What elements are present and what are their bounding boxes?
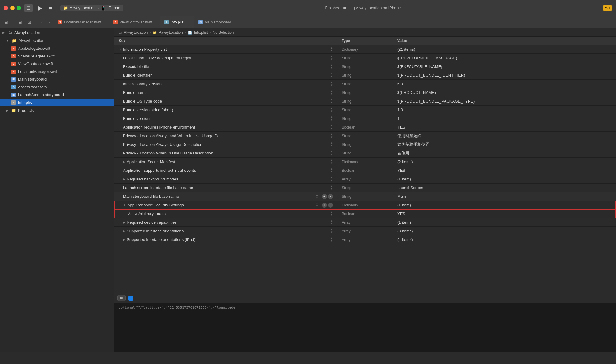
tab-view-controller[interactable]: S ViewController.swift xyxy=(109,16,160,28)
sidebar-left-icon[interactable]: ⊟ xyxy=(16,19,24,26)
stepper[interactable]: ▲▼ xyxy=(331,150,333,156)
sidebar-item-app-delegate[interactable]: S AppDelegate.swift xyxy=(0,44,114,52)
swift-file-icon: S xyxy=(11,54,16,58)
disclosure-icon[interactable]: ▶ xyxy=(123,160,125,163)
tab-main-storyboard[interactable]: ◧ Main.storyboard xyxy=(194,16,240,28)
plist-row-info-property-list[interactable]: ▼ Information Property List ▲▼ Dictionar… xyxy=(114,45,616,54)
stepper[interactable]: ▲▼ xyxy=(331,159,333,164)
plist-row-privacy-location-always-when[interactable]: Privacy - Location Always and When In Us… xyxy=(114,132,616,140)
plist-row-main-storyboard-file[interactable]: Main storyboard file base name ▲▼ + − St… xyxy=(114,192,616,201)
tab-info-plist[interactable]: P Info.plist xyxy=(160,16,194,28)
disclosure-icon[interactable]: ▼ xyxy=(119,48,122,51)
type-cell: String xyxy=(337,149,393,157)
grid-icon[interactable]: ⊞ xyxy=(2,19,10,26)
key-cell: Privacy - Location When In Use Usage Des… xyxy=(114,149,337,157)
sidebar-item-location-manager[interactable]: S LocationManager.swift xyxy=(0,68,114,75)
maximize-button[interactable] xyxy=(17,6,21,10)
header-type: Type xyxy=(337,39,393,43)
stepper[interactable]: ▲▼ xyxy=(331,73,333,78)
breadcrumb-item-2[interactable]: AlwayLocation xyxy=(159,30,183,35)
plist-row-app-transport-security[interactable]: ▼ App Transport Security Settings ▲▼ + −… xyxy=(114,201,616,210)
breadcrumb-item-3[interactable]: Info.plist xyxy=(194,30,208,35)
disclosure-icon[interactable]: ▶ xyxy=(123,221,125,224)
tab-location-manager[interactable]: S LocationManager.swift xyxy=(53,16,109,28)
plist-row-supports-indirect[interactable]: Application supports indirect input even… xyxy=(114,166,616,175)
nav-forward-icon[interactable]: › xyxy=(47,19,52,26)
stepper[interactable]: ▲▼ xyxy=(331,211,333,216)
minimize-button[interactable] xyxy=(10,6,15,10)
plist-row-executable-file[interactable]: Executable file ▲▼ String $(EXECUTABLE_N… xyxy=(114,62,616,71)
plist-row-bundle-version-short[interactable]: Bundle version string (short) ▲▼ String … xyxy=(114,106,616,114)
key-cell: ▼ App Transport Security Settings ▲▼ + − xyxy=(114,201,337,209)
key-label: Privacy - Location Always Usage Descript… xyxy=(123,142,202,147)
sidebar-item-root[interactable]: ▶ 🗂 AlwayLocation xyxy=(0,28,114,36)
plist-row-supported-orientations-ipad[interactable]: ▶ Supported interface orientations (iPad… xyxy=(114,235,616,244)
sidebar-item-info-plist[interactable]: P Info.plist xyxy=(0,99,114,106)
plist-row-bundle-name[interactable]: Bundle name ▲▼ String $(PRODUCT_NAME) xyxy=(114,88,616,97)
stepper[interactable]: ▲▼ xyxy=(331,176,333,182)
sidebar-toggle-button[interactable]: ⊟ xyxy=(24,4,33,12)
plist-row-launch-screen-file[interactable]: Launch screen interface file base name ▲… xyxy=(114,184,616,192)
key-cell: ▼ Information Property List ▲▼ xyxy=(114,45,337,53)
plist-row-iphone-env[interactable]: Application requires iPhone environment … xyxy=(114,123,616,132)
add-button[interactable]: + xyxy=(322,194,327,199)
stepper[interactable]: ▲▼ xyxy=(331,81,333,87)
key-label: Privacy - Location Always and When In Us… xyxy=(123,133,223,138)
stop-button[interactable]: ■ xyxy=(47,4,54,12)
warning-badge[interactable]: ⚠ 1 xyxy=(603,5,612,11)
plist-row-privacy-location-always[interactable]: Privacy - Location Always Usage Descript… xyxy=(114,140,616,149)
disclosure-icon[interactable]: ▶ xyxy=(123,238,125,241)
add-button[interactable]: + xyxy=(322,203,327,208)
plist-row-bundle-identifier[interactable]: Bundle identifier ▲▼ String $(PRODUCT_BU… xyxy=(114,71,616,80)
stepper[interactable]: ▲▼ xyxy=(331,220,333,225)
stepper[interactable]: ▲▼ xyxy=(331,237,333,242)
sidebar-item-view-controller[interactable]: S ViewController.swift xyxy=(0,60,114,68)
scheme-selector[interactable]: 📁 AlwayLocation › 📱 iPhone xyxy=(60,5,124,11)
status-bar: Finished running AlwayLocation on iPhone xyxy=(126,6,600,10)
stepper[interactable]: ▲▼ xyxy=(316,202,318,208)
disclosure-icon[interactable]: ▼ xyxy=(123,203,126,207)
stepper[interactable]: ▲▼ xyxy=(316,194,318,199)
breadcrumb-item-1[interactable]: AlwayLocation xyxy=(124,30,148,35)
sidebar-item-main-storyboard[interactable]: ◧ Main.storyboard xyxy=(0,75,114,83)
filter-button[interactable]: ⊞ xyxy=(117,295,126,301)
plist-row-localization[interactable]: Localization native development region ▲… xyxy=(114,54,616,62)
sidebar-right-icon[interactable]: ⊡ xyxy=(26,19,33,26)
stepper[interactable]: ▲▼ xyxy=(331,228,333,234)
plist-row-bundle-os-type[interactable]: Bundle OS Type code ▲▼ String $(PRODUCT_… xyxy=(114,97,616,106)
remove-button[interactable]: − xyxy=(328,194,333,199)
plist-row-allow-arbitrary-loads[interactable]: Allow Arbitrary Loads ▲▼ Boolean YES xyxy=(114,210,616,218)
stepper[interactable]: ▲▼ xyxy=(331,116,333,121)
plist-row-bundle-version[interactable]: Bundle version ▲▼ String 1 xyxy=(114,114,616,123)
disclosure-icon[interactable]: ▶ xyxy=(123,177,125,181)
stepper[interactable]: ▲▼ xyxy=(331,125,333,130)
stepper[interactable]: ▲▼ xyxy=(331,107,333,112)
stepper[interactable]: ▲▼ xyxy=(331,168,333,173)
key-label: Information Property List xyxy=(123,47,167,52)
run-button[interactable]: ▶ xyxy=(36,3,44,13)
plist-row-privacy-location-when[interactable]: Privacy - Location When In Use Usage Des… xyxy=(114,149,616,158)
sidebar-item-products-group[interactable]: ▶ 📁 Products xyxy=(0,106,114,114)
sidebar-item-assets[interactable]: A Assets.xcassets xyxy=(0,83,114,91)
stepper[interactable]: ▲▼ xyxy=(331,185,333,190)
stepper[interactable]: ▲▼ xyxy=(331,64,333,69)
nav-back-icon[interactable]: ‹ xyxy=(40,19,45,26)
stepper[interactable]: ▲▼ xyxy=(331,55,333,61)
close-button[interactable] xyxy=(4,6,8,10)
key-cell: Bundle version string (short) ▲▼ xyxy=(114,106,337,114)
stepper[interactable]: ▲▼ xyxy=(331,99,333,104)
sidebar-item-scene-delegate[interactable]: S SceneDelegate.swift xyxy=(0,52,114,60)
sidebar-item-launch-screen[interactable]: ◧ LaunchScreen.storyboard xyxy=(0,91,114,99)
plist-row-app-scene-manifest[interactable]: ▶ Application Scene Manifest ▲▼ Dictiona… xyxy=(114,158,616,166)
remove-button[interactable]: − xyxy=(328,203,333,208)
plist-row-supported-orientations[interactable]: ▶ Supported interface orientations ▲▼ Ar… xyxy=(114,227,616,235)
stepper[interactable]: ▲▼ xyxy=(331,47,333,52)
stepper[interactable]: ▲▼ xyxy=(331,142,333,147)
plist-row-info-dictionary-version[interactable]: InfoDictionary version ▲▼ String 6.0 xyxy=(114,80,616,88)
sidebar-item-alwaylocation-group[interactable]: ▼ 📁 AlwayLocation xyxy=(0,36,114,44)
stepper[interactable]: ▲▼ xyxy=(331,90,333,95)
plist-row-required-device[interactable]: ▶ Required device capabilities ▲▼ Array … xyxy=(114,218,616,227)
plist-row-required-bg-modes[interactable]: ▶ Required background modes ▲▼ Array (1 … xyxy=(114,175,616,184)
stepper[interactable]: ▲▼ xyxy=(331,133,333,138)
disclosure-icon[interactable]: ▶ xyxy=(123,229,125,233)
